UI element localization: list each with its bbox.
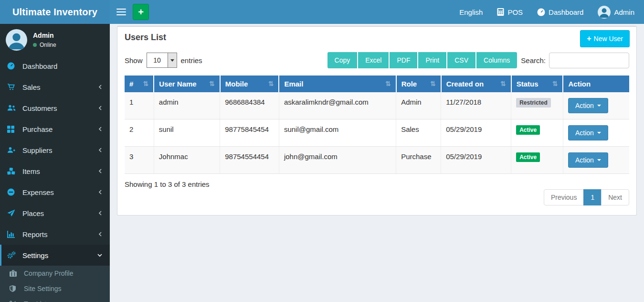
cell-created: 05/29/2019 [441,119,511,147]
chevron-down-icon [97,253,103,258]
settings-submenu: Company Profile Site Settings Tax List [0,266,110,302]
cubes-icon [7,168,20,175]
sort-icon[interactable]: ⇅ [385,80,391,87]
grid-icon [7,126,20,133]
pagination-page-1[interactable]: 1 [583,189,602,205]
sort-icon[interactable]: ⇅ [552,80,558,87]
csv-button[interactable]: CSV [447,52,475,68]
cell-num: 3 [125,147,154,174]
sidebar-item-expenses[interactable]: Expenses [0,182,110,203]
cell-mobile: 98775845454 [220,119,279,147]
select-arrow-icon [168,53,177,67]
briefcase-icon [10,270,21,277]
user-plus-icon [7,147,20,153]
sidebar-toggle-icon[interactable] [116,7,126,17]
sidebar-item-items[interactable]: Items [0,161,110,182]
chevron-left-icon [98,147,103,153]
dashboard-icon [537,8,545,16]
chevron-left-icon [98,168,103,174]
cart-icon [7,83,20,91]
sidebar-item-settings[interactable]: Settings [0,245,110,266]
sidebar-item-sales[interactable]: Sales [0,76,110,97]
print-button[interactable]: Print [418,52,446,68]
sidebar-item-places[interactable]: Places [0,203,110,224]
cell-mobile: 98754554454 [220,147,279,174]
status-badge: Active [516,125,540,135]
quick-add-button[interactable]: + [133,4,149,20]
export-button-group: Copy Excel PDF Print CSV Columns [327,52,517,68]
dashboard-icon [7,62,20,70]
chevron-left-icon [98,105,103,111]
plus-icon: + [138,7,144,18]
sort-icon[interactable]: ⇅ [500,80,506,87]
sort-icon[interactable]: ⇅ [209,80,215,87]
entries-select[interactable]: 10 [147,53,177,68]
main-content: Users List Add/Update Users Home > Users… [110,0,644,216]
cell-role: Purchase [396,147,441,174]
users-icon [7,105,20,111]
users-list-card: Users List + New User Show 10 entries Co… [117,26,637,216]
pdf-button[interactable]: PDF [390,52,417,68]
sidebar-item-site-settings[interactable]: Site Settings [0,281,110,296]
table-row: 2 sunil 98775845454 sunil@gmail.com Sale… [125,119,629,147]
cell-num: 2 [125,119,154,147]
table-row: 1 admin 9686884384 askaralimkndr@gmail.c… [125,92,629,119]
sidebar-item-customers[interactable]: Customers [0,97,110,119]
cell-created: 11/27/2018 [441,92,511,119]
sidebar-item-purchase[interactable]: Purchase [0,119,110,140]
chevron-left-icon [98,84,103,90]
column-header-role[interactable]: ⇅Role [396,76,441,92]
copy-button[interactable]: Copy [327,52,358,68]
caret-down-icon [597,132,601,134]
column-header-email[interactable]: ⇅Email [279,76,396,92]
column-header-action: Action [563,76,629,92]
cell-username: admin [154,92,220,119]
column-header-status[interactable]: ⇅Status [511,76,563,92]
chevron-left-icon [98,126,103,132]
caret-down-icon [597,159,601,161]
action-button[interactable]: Action [568,152,608,168]
columns-button[interactable]: Columns [476,52,517,68]
excel-button[interactable]: Excel [358,52,389,68]
top-navbar: Ultimate Inventory + English POS Dashboa… [0,0,644,24]
language-menu[interactable]: English [459,8,483,16]
pagination-previous[interactable]: Previous [544,189,584,205]
new-user-button[interactable]: + New User [580,30,630,47]
action-button[interactable]: Action [568,125,608,140]
card-title: Users List [125,32,629,43]
caret-down-icon [597,105,601,107]
sidebar-item-tax-list[interactable]: Tax List [0,296,110,302]
calculator-icon [497,8,504,16]
search-input[interactable] [549,53,629,68]
dashboard-link[interactable]: Dashboard [537,8,583,16]
brand-logo[interactable]: Ultimate Inventory [0,0,110,24]
column-header-num[interactable]: ⇅# [125,76,154,92]
column-header-username[interactable]: ⇅User Name [154,76,220,92]
sort-icon[interactable]: ⇅ [268,80,274,87]
plus-icon: + [587,34,591,43]
shield-icon [10,285,21,292]
sidebar-user-name: Admin [33,32,56,39]
column-header-created[interactable]: ⇅Created on [441,76,511,92]
pagination-next[interactable]: Next [601,189,629,205]
sidebar-item-suppliers[interactable]: Suppliers [0,140,110,161]
sort-icon[interactable]: ⇅ [430,80,436,87]
sidebar-item-reports[interactable]: Reports [0,224,110,245]
paper-plane-icon [7,209,20,217]
pos-link[interactable]: POS [497,8,523,16]
user-status: Online [33,42,56,48]
cell-email: sunil@gmail.com [279,119,396,147]
column-header-mobile[interactable]: ⇅Mobile [220,76,279,92]
avatar [6,29,27,51]
sort-icon[interactable]: ⇅ [143,80,149,87]
sidebar-item-dashboard[interactable]: Dashboard [0,55,110,76]
online-status-dot [33,43,37,47]
action-button[interactable]: Action [568,98,608,113]
entries-label: entries [181,56,202,65]
user-menu[interactable]: Admin [598,6,634,19]
entries-summary: Showing 1 to 3 of 3 entries [125,180,629,188]
chevron-left-icon [98,189,103,195]
sidebar-user-panel: Admin Online [0,24,110,55]
cell-created: 05/29/2019 [441,147,511,174]
sidebar-item-company-profile[interactable]: Company Profile [0,266,110,281]
